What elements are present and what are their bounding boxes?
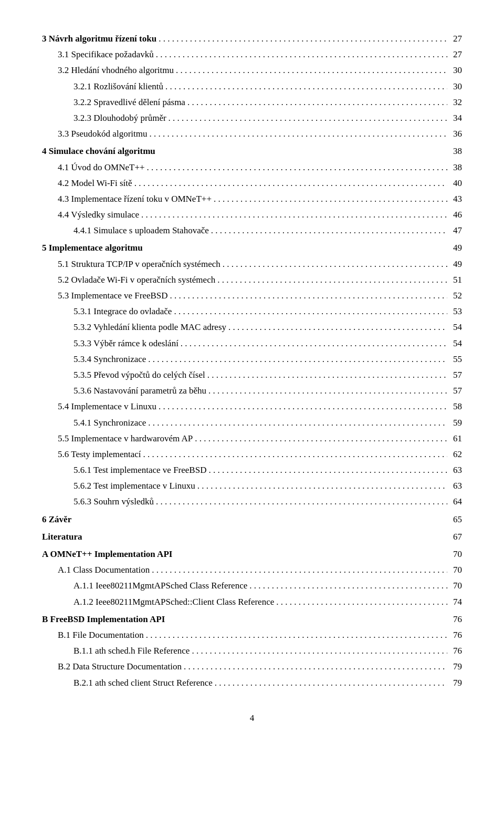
toc-container: 3 Návrh algoritmu řízení toku. . . . . .… xyxy=(42,32,462,690)
toc-entry: 5.6 Testy implementací. . . . . . . . . … xyxy=(42,447,462,461)
toc-entry-page: 38 xyxy=(447,144,462,158)
toc-entry-page: 38 xyxy=(447,160,462,174)
toc-entry: 4.1 Úvod do OMNeT++. . . . . . . . . . .… xyxy=(42,160,462,174)
toc-entry: B.2 Data Structure Documentation. . . . … xyxy=(42,659,462,674)
toc-entry-label: 3.1 Specifikace požadavků xyxy=(58,47,154,61)
toc-entry-dots: . . . . . . . . . . . . . . . . . . . . … xyxy=(213,676,447,690)
toc-entry-page: 57 xyxy=(447,384,462,398)
toc-entry: A.1 Class Documentation. . . . . . . . .… xyxy=(42,563,462,577)
toc-entry-label: B.2 Data Structure Documentation xyxy=(58,659,182,674)
toc-entry-label: 5.3.4 Synchronizace xyxy=(74,352,146,366)
toc-entry: 3.3 Pseudokód algoritmu. . . . . . . . .… xyxy=(42,127,462,141)
toc-entry: 3.2.2 Spravedlivé dělení pásma. . . . . … xyxy=(42,95,462,109)
toc-entry: 4.4.1 Simulace s uploadem Stahovače. . .… xyxy=(42,223,462,237)
toc-entry-label: 5.3 Implementace ve FreeBSD xyxy=(58,288,168,303)
toc-entry-dots: . . . . . . . . . . . . . . . . . . . . … xyxy=(212,192,447,206)
toc-entry-page: 54 xyxy=(447,320,462,334)
toc-entry-page: 65 xyxy=(447,512,462,526)
toc-entry-label: 4.3 Implementace řízení toku v OMNeT++ xyxy=(58,192,212,206)
toc-entry-label: 5.6.3 Souhrn výsledků xyxy=(74,494,154,509)
toc-entry: 5.6.1 Test implementace ve FreeBSD. . . … xyxy=(42,463,462,477)
toc-entry-dots: . . . . . . . . . . . . . . . . . . . . … xyxy=(168,288,447,303)
toc-entry-label: B.2.1 ath sched client Struct Reference xyxy=(74,676,213,690)
toc-entry-label: Literatura xyxy=(42,530,82,544)
toc-entry-label: 5.5 Implementace v hardwarovém AP xyxy=(58,431,193,446)
toc-entry-label: 5.4.1 Synchronizace xyxy=(74,416,146,430)
toc-entry-dots: . . . . . . . . . . . . . . . . . . . . … xyxy=(185,95,447,109)
toc-entry-label: 5.6.2 Test implementace v Linuxu xyxy=(74,479,195,493)
toc-entry-label: 3 Návrh algoritmu řízení toku xyxy=(42,32,156,46)
toc-entry-label: A.1.2 Ieee80211MgmtAPSched::Client Class… xyxy=(74,595,274,609)
toc-entry-page: 36 xyxy=(447,127,462,141)
toc-entry-dots: . . . . . . . . . . . . . . . . . . . . … xyxy=(150,563,447,577)
toc-entry-page: 62 xyxy=(447,447,462,461)
toc-entry-dots: . . . . . . . . . . . . . . . . . . . . … xyxy=(226,320,447,334)
toc-entry-page: 63 xyxy=(447,479,462,493)
toc-entry: 5.5 Implementace v hardwarovém AP. . . .… xyxy=(42,431,462,446)
toc-entry-dots: . . . . . . . . . . . . . . . . . . . . … xyxy=(206,384,447,398)
toc-entry-label: B FreeBSD Implementation API xyxy=(42,612,165,626)
toc-entry: 3 Návrh algoritmu řízení toku. . . . . .… xyxy=(42,32,462,46)
toc-entry-label: 5.6.1 Test implementace ve FreeBSD xyxy=(74,463,206,477)
toc-entry-dots: . . . . . . . . . . . . . . . . . . . . … xyxy=(174,63,447,77)
toc-entry-page: 30 xyxy=(447,79,462,94)
toc-entry: A.1.2 Ieee80211MgmtAPSched::Client Class… xyxy=(42,595,462,609)
toc-entry-dots: . . . . . . . . . . . . . . . . . . . . … xyxy=(195,479,447,493)
toc-entry-dots: . . . . . . . . . . . . . . . . . . . . … xyxy=(156,32,447,46)
toc-entry: 6 Závěr65 xyxy=(42,512,462,526)
toc-entry-page: 79 xyxy=(447,659,462,674)
toc-entry: Literatura67 xyxy=(42,530,462,544)
toc-entry-dots: . . . . . . . . . . . . . . . . . . . . … xyxy=(205,368,447,382)
toc-entry-dots: . . . . . . . . . . . . . . . . . . . . … xyxy=(193,431,447,446)
toc-entry-label: 4 Simulace chování algoritmu xyxy=(42,144,155,158)
toc-entry: 4.4 Výsledky simulace. . . . . . . . . .… xyxy=(42,208,462,222)
toc-entry-page: 70 xyxy=(447,563,462,577)
toc-entry-dots: . . . . . . . . . . . . . . . . . . . . … xyxy=(182,659,447,674)
toc-entry-label: 3.3 Pseudokód algoritmu xyxy=(58,127,147,141)
toc-entry-page: 34 xyxy=(447,111,462,125)
toc-entry-label: 3.2.1 Rozlišování klientů xyxy=(74,79,163,94)
toc-entry-dots: . . . . . . . . . . . . . . . . . . . . … xyxy=(144,628,447,642)
toc-entry-dots: . . . . . . . . . . . . . . . . . . . . … xyxy=(190,644,447,658)
toc-entry-label: 5 Implementace algoritmu xyxy=(42,241,143,255)
toc-entry: 3.2.3 Dlouhodobý průměr. . . . . . . . .… xyxy=(42,111,462,125)
toc-entry: 5.3 Implementace ve FreeBSD. . . . . . .… xyxy=(42,288,462,303)
toc-entry: 4.3 Implementace řízení toku v OMNeT++. … xyxy=(42,192,462,206)
toc-entry-page: 54 xyxy=(447,336,462,350)
toc-entry: 5.6.2 Test implementace v Linuxu. . . . … xyxy=(42,479,462,493)
toc-entry-dots: . . . . . . . . . . . . . . . . . . . . … xyxy=(247,578,447,593)
toc-entry-label: 5.4 Implementace v Linuxu xyxy=(58,399,156,414)
toc-entry-dots: . . . . . . . . . . . . . . . . . . . . … xyxy=(215,273,447,287)
toc-entry-label: 3.2 Hledání vhodného algoritmu xyxy=(58,63,174,77)
toc-entry-page: 52 xyxy=(447,288,462,303)
toc-entry-label: 5.3.6 Nastavování parametrů za běhu xyxy=(74,384,206,398)
toc-entry-label: 4.2 Model Wi-Fi sítě xyxy=(58,176,132,190)
toc-entry-page: 63 xyxy=(447,463,462,477)
toc-entry-label: 3.2.2 Spravedlivé dělení pásma xyxy=(74,95,185,109)
toc-entry-dots: . . . . . . . . . . . . . . . . . . . . … xyxy=(132,176,447,190)
toc-entry: 5.2 Ovladače Wi-Fi v operačních systémec… xyxy=(42,273,462,287)
toc-entry-page: 61 xyxy=(447,431,462,446)
toc-entry: B.1.1 ath sched.h File Reference. . . . … xyxy=(42,644,462,658)
toc-entry-dots: . . . . . . . . . . . . . . . . . . . . … xyxy=(139,208,447,222)
toc-entry-page: 46 xyxy=(447,208,462,222)
toc-entry-page: 32 xyxy=(447,95,462,109)
toc-entry-page: 55 xyxy=(447,352,462,366)
toc-entry-page: 70 xyxy=(447,547,462,561)
toc-entry-page: 74 xyxy=(447,595,462,609)
toc-entry-dots: . . . . . . . . . . . . . . . . . . . . … xyxy=(220,257,447,271)
toc-entry-page: 43 xyxy=(447,192,462,206)
toc-entry-page: 30 xyxy=(447,63,462,77)
toc-entry-page: 76 xyxy=(447,628,462,642)
toc-entry-page: 59 xyxy=(447,416,462,430)
toc-entry-label: 6 Závěr xyxy=(42,512,71,526)
toc-entry-dots: . . . . . . . . . . . . . . . . . . . . … xyxy=(141,447,447,461)
toc-entry-page: 49 xyxy=(447,241,462,255)
toc-entry-label: 5.3.3 Výběr rámce k odeslání xyxy=(74,336,178,350)
toc-entry: 5.3.4 Synchronizace. . . . . . . . . . .… xyxy=(42,352,462,366)
toc-entry: 5.3.1 Integrace do ovladače. . . . . . .… xyxy=(42,304,462,318)
toc-entry-page: 67 xyxy=(447,530,462,544)
toc-entry: 5.3.3 Výběr rámce k odeslání. . . . . . … xyxy=(42,336,462,350)
toc-entry-page: 40 xyxy=(447,176,462,190)
toc-entry: 4 Simulace chování algoritmu38 xyxy=(42,144,462,158)
